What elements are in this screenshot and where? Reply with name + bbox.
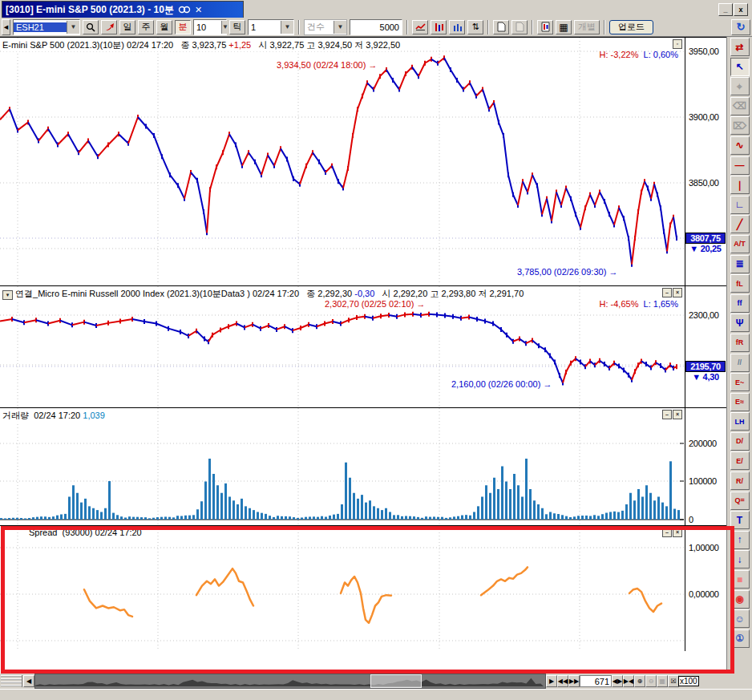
pitchfork-icon[interactable]: Ψ [730, 314, 750, 332]
line-chart-type-button[interactable] [412, 20, 428, 34]
pane-restore-button[interactable]: ▫ [673, 39, 682, 49]
sort-button[interactable]: ⇅ [467, 20, 483, 34]
scrollbar-grip[interactable] [1, 675, 22, 687]
step-line-icon[interactable]: ∟ [730, 196, 750, 214]
vertical-line-icon[interactable]: ∣ [730, 176, 750, 194]
gann-e-icon[interactable]: E/ [730, 451, 750, 470]
count-input[interactable]: 5000 [350, 19, 402, 35]
main-price-chart [0, 38, 684, 285]
main-plot-area[interactable]: E-mini S&P 500 (2021.3)(10분) 02/24 17:20… [0, 38, 685, 285]
diagonal-line-icon[interactable]: ╱ [730, 215, 750, 233]
minimap-view-window[interactable] [370, 674, 422, 688]
cursor-icon[interactable]: ↖ [730, 58, 750, 76]
zoom-in-button[interactable]: ⊕ [634, 675, 645, 687]
zoom-out-button[interactable]: ⊖ [645, 675, 657, 687]
volume-plot-area[interactable]: 거래량 02/24 17:20 1,039 – × [0, 408, 685, 525]
volume-y-axis: 200000 100000 0 [687, 408, 726, 525]
smiley-marker-icon[interactable]: ☺ [730, 609, 750, 628]
spread-pane[interactable]: Spread (93000) 02/24 17:20 – × 1,00000 0… [0, 525, 726, 651]
pane-close-button[interactable]: × [673, 288, 682, 297]
period-week-button[interactable]: 주 [138, 20, 154, 34]
candle-doc-icon [541, 22, 550, 32]
arrow-down-marker-icon[interactable]: ↓ [730, 550, 750, 568]
high-low-mark-icon[interactable]: LH [730, 412, 750, 431]
link-chart-icon[interactable] [178, 6, 191, 14]
spread-plot-area[interactable]: Spread (93000) 02/24 17:20 – × [0, 526, 685, 651]
count-mode-combo[interactable]: 건수 ▼ [304, 19, 347, 35]
symbol-pick-button[interactable] [101, 20, 117, 34]
page-first-button[interactable]: ◀◀ [557, 675, 568, 687]
copy-page-button[interactable] [511, 20, 528, 34]
erase-all-icon[interactable]: ⌦ [730, 116, 750, 135]
pane-close-button[interactable]: × [673, 528, 682, 537]
linked-symbol-dropdown[interactable]: ▾ [2, 290, 13, 300]
chevron-down-icon[interactable]: ▼ [281, 21, 293, 34]
back-button[interactable]: ◂ [2, 19, 10, 35]
pane-close-button[interactable]: × [673, 410, 682, 419]
shrink-left-right-button[interactable]: ▶◀ [623, 675, 634, 687]
upload-button[interactable]: 업로드 [609, 20, 653, 34]
period-day-button[interactable]: 일 [119, 20, 135, 34]
indicator-chart-icon[interactable]: ∿ [730, 136, 750, 155]
bar-count-input[interactable] [580, 675, 612, 687]
gann-r-icon[interactable]: R/ [730, 471, 750, 490]
fibo-fan-icon[interactable]: ff [730, 294, 750, 313]
period-month-button[interactable]: 월 [156, 20, 172, 34]
window-tab[interactable]: [3010] E-mini S&P 500 (2021.3) - 10분 ✕ [2, 1, 244, 18]
interval-combo[interactable]: 10 ▼ [193, 19, 227, 35]
scroll-right-button[interactable]: ▶ [546, 675, 557, 687]
page-last-button[interactable]: ▶▶ [568, 675, 580, 687]
main-low-annotation: 3,785,00 (02/26 09:30) → [517, 267, 617, 277]
scroll-left-button[interactable]: ◀ [23, 675, 34, 687]
parallel-lines-icon[interactable]: ≣ [730, 255, 750, 273]
square-marker-icon[interactable]: ■ [730, 570, 750, 589]
symbol-combo[interactable]: ESH21 ▼ [13, 19, 80, 35]
individual-button[interactable]: 개별 [574, 20, 600, 34]
tick-count-combo[interactable]: 1 ▼ [248, 19, 294, 35]
tab-close-icon[interactable]: ✕ [195, 5, 202, 15]
text-note-icon[interactable]: A/T [730, 235, 750, 253]
chart-minimap[interactable] [34, 674, 546, 689]
pane-minimize-button[interactable]: – [662, 410, 672, 419]
arrow-up-marker-icon[interactable]: ↑ [730, 531, 750, 549]
minimize-button[interactable]: _ [718, 3, 733, 16]
gann-d-icon[interactable]: D/ [730, 432, 750, 451]
window-title: [3010] E-mini S&P 500 (2021.3) - 10분 [6, 3, 174, 17]
expand-left-right-button[interactable]: ◀▶ [612, 675, 623, 687]
reset-view-button[interactable]: ☒ [668, 675, 679, 687]
new-page-button[interactable] [493, 20, 509, 34]
fit-view-button[interactable]: ▦ [657, 675, 668, 687]
horizontal-line-icon[interactable]: ― [730, 156, 750, 175]
period-minute-button[interactable]: 분 [175, 20, 191, 34]
chevron-down-icon[interactable]: ▼ [221, 21, 228, 34]
pane-minimize-button[interactable]: – [662, 288, 672, 297]
volume-header: 거래량 02/24 17:20 1,039 [2, 410, 105, 422]
candle-chart-type-button[interactable] [431, 20, 447, 34]
search-button[interactable] [83, 20, 99, 34]
chevron-down-icon[interactable]: ▼ [67, 21, 79, 34]
circle-marker-icon[interactable]: ◉ [730, 590, 750, 609]
grid-table-button[interactable]: ▦ [556, 20, 572, 34]
elliott-impulse-icon[interactable]: E≈ [730, 393, 750, 411]
pane-minimize-button[interactable]: – [662, 528, 672, 537]
chart-settings-button[interactable] [537, 20, 553, 34]
number-marker-icon[interactable]: ① [730, 629, 750, 648]
russell-plot-area[interactable]: ▾ 연결_Micro E-mini Russell 2000 Index (20… [0, 286, 685, 407]
symbol-input[interactable]: ESH21 [14, 22, 67, 32]
volume-pane[interactable]: 거래량 02/24 17:20 1,039 – × 200000 100000 … [0, 407, 726, 525]
bar-chart-type-button[interactable] [449, 20, 465, 34]
main-chart-pane[interactable]: E-mini S&P 500 (2021.3)(10분) 02/24 17:20… [0, 37, 726, 285]
elliott-wave-icon[interactable]: E~ [730, 373, 750, 391]
quote-window-icon[interactable]: Q= [730, 492, 750, 510]
russell-chart-pane[interactable]: ▾ 연결_Micro E-mini Russell 2000 Index (20… [0, 285, 726, 407]
text-tool-icon[interactable]: T [730, 511, 750, 529]
refresh-button[interactable]: ↻ [731, 19, 750, 35]
tick-button[interactable]: 틱 [229, 20, 245, 34]
compare-chart-icon[interactable]: ⇄ [730, 38, 750, 56]
crosshair-icon[interactable]: ⌖ [730, 77, 750, 95]
erase-icon[interactable]: ⌫ [730, 97, 750, 115]
fibo-retracement-icon[interactable]: fL [730, 274, 750, 293]
channel-icon[interactable]: // [730, 354, 750, 372]
fibo-timezone-icon[interactable]: fR [730, 334, 750, 352]
close-button[interactable]: x [734, 3, 748, 16]
